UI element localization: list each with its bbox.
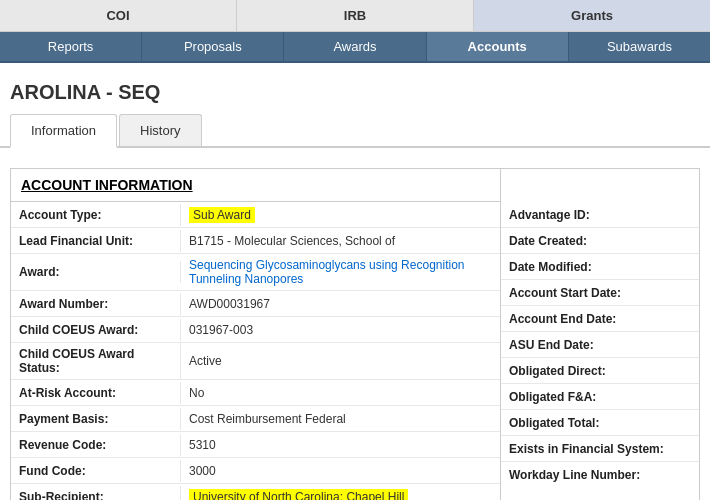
value-award: Sequencing Glycosaminoglycans using Reco… <box>181 254 500 290</box>
value-award-number: AWD00031967 <box>181 293 500 315</box>
sub-nav-subawards[interactable]: Subawards <box>569 32 710 61</box>
label-account-start-date: Account Start Date: <box>501 282 699 304</box>
right-table-row: Obligated Total: <box>501 410 699 436</box>
tabs: Information History <box>0 114 710 148</box>
value-account-type: Sub Award <box>181 203 500 227</box>
left-panel: ACCOUNT INFORMATION Account Type: Sub Aw… <box>11 169 501 500</box>
table-row: Child COEUS Award: 031967-003 <box>11 317 500 343</box>
label-lead-financial-unit: Lead Financial Unit: <box>11 230 181 252</box>
table-row: Award: Sequencing Glycosaminoglycans usi… <box>11 254 500 291</box>
right-table-row: Obligated Direct: <box>501 358 699 384</box>
table-row: Award Number: AWD00031967 <box>11 291 500 317</box>
label-award-number: Award Number: <box>11 293 181 315</box>
table-row: Child COEUS Award Status: Active <box>11 343 500 380</box>
value-revenue-code: 5310 <box>181 434 500 456</box>
top-nav-irb[interactable]: IRB <box>237 0 474 31</box>
table-row: At-Risk Account: No <box>11 380 500 406</box>
value-at-risk: No <box>181 382 500 404</box>
label-account-end-date: Account End Date: <box>501 308 699 330</box>
right-table-row: Date Modified: <box>501 254 699 280</box>
label-obligated-total: Obligated Total: <box>501 412 699 434</box>
label-account-type: Account Type: <box>11 204 181 226</box>
label-child-coeus-award: Child COEUS Award: <box>11 319 181 341</box>
table-row: Sub-Recipient: University of North Carol… <box>11 484 500 500</box>
label-at-risk: At-Risk Account: <box>11 382 181 404</box>
value-sub-recipient: University of North Carolina: Chapel Hil… <box>181 485 500 500</box>
value-payment-basis: Cost Reimbursement Federal <box>181 408 500 430</box>
label-exists-financial-system: Exists in Financial System: <box>501 438 699 460</box>
account-info-container: ACCOUNT INFORMATION Account Type: Sub Aw… <box>10 168 700 500</box>
sub-nav: Reports Proposals Awards Accounts Subawa… <box>0 32 710 63</box>
sub-nav-awards[interactable]: Awards <box>284 32 426 61</box>
right-table-row: ASU End Date: <box>501 332 699 358</box>
content-area: ACCOUNT INFORMATION Account Type: Sub Aw… <box>0 148 710 500</box>
table-row: Fund Code: 3000 <box>11 458 500 484</box>
table-row: Lead Financial Unit: B1715 - Molecular S… <box>11 228 500 254</box>
section-header: ACCOUNT INFORMATION <box>11 169 500 202</box>
label-obligated-direct: Obligated Direct: <box>501 360 699 382</box>
label-workday-line-number: Workday Line Number: <box>501 464 699 486</box>
right-panel: . Advantage ID: Date Created: Date Modif… <box>501 169 699 500</box>
table-row: Revenue Code: 5310 <box>11 432 500 458</box>
right-table-row: Workday Line Number: <box>501 462 699 488</box>
account-type-badge: Sub Award <box>189 207 255 223</box>
table-row: Account Type: Sub Award <box>11 202 500 228</box>
right-table-row: Advantage ID: <box>501 202 699 228</box>
top-nav-coi[interactable]: COI <box>0 0 237 31</box>
label-child-coeus-status: Child COEUS Award Status: <box>11 343 181 379</box>
label-obligated-fa: Obligated F&A: <box>501 386 699 408</box>
sub-nav-proposals[interactable]: Proposals <box>142 32 284 61</box>
table-row: Payment Basis: Cost Reimbursement Federa… <box>11 406 500 432</box>
award-link[interactable]: Sequencing Glycosaminoglycans using Reco… <box>189 258 465 286</box>
label-date-modified: Date Modified: <box>501 256 699 278</box>
page-title: AROLINA - SEQ <box>0 63 710 114</box>
tab-information[interactable]: Information <box>10 114 117 148</box>
sub-nav-reports[interactable]: Reports <box>0 32 142 61</box>
label-fund-code: Fund Code: <box>11 460 181 482</box>
value-child-coeus-status: Active <box>181 350 500 372</box>
sub-recipient-badge: University of North Carolina: Chapel Hil… <box>189 489 408 500</box>
tab-history[interactable]: History <box>119 114 201 146</box>
top-nav-grants[interactable]: Grants <box>474 0 710 31</box>
value-fund-code: 3000 <box>181 460 500 482</box>
label-award: Award: <box>11 261 181 283</box>
right-table-row: Date Created: <box>501 228 699 254</box>
right-table-row: Account Start Date: <box>501 280 699 306</box>
sub-nav-accounts[interactable]: Accounts <box>427 32 569 61</box>
right-table-row: Account End Date: <box>501 306 699 332</box>
value-lead-financial-unit: B1715 - Molecular Sciences, School of <box>181 230 500 252</box>
right-table-row: Obligated F&A: <box>501 384 699 410</box>
value-child-coeus-award: 031967-003 <box>181 319 500 341</box>
label-revenue-code: Revenue Code: <box>11 434 181 456</box>
right-table-row: Exists in Financial System: <box>501 436 699 462</box>
label-sub-recipient: Sub-Recipient: <box>11 486 181 500</box>
label-date-created: Date Created: <box>501 230 699 252</box>
label-advantage-id: Advantage ID: <box>501 204 699 226</box>
label-payment-basis: Payment Basis: <box>11 408 181 430</box>
top-nav: COI IRB Grants <box>0 0 710 32</box>
label-asu-end-date: ASU End Date: <box>501 334 699 356</box>
